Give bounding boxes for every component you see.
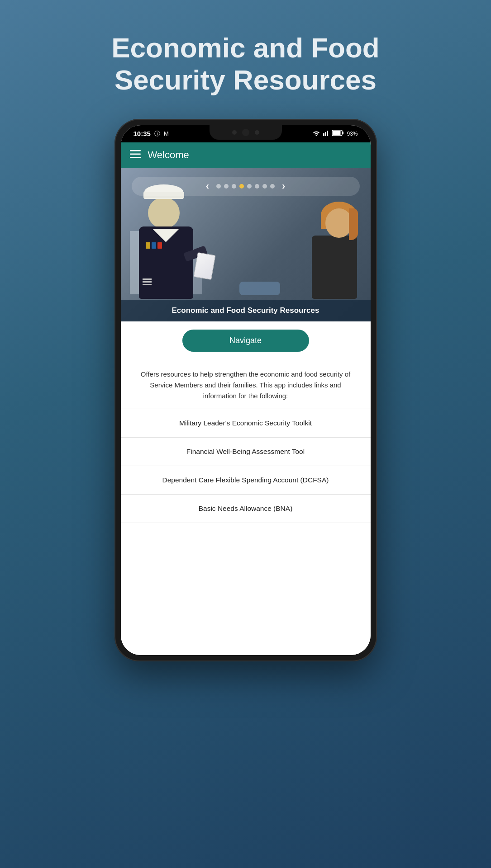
mail-icon: M xyxy=(164,130,169,137)
carousel-dot-5[interactable] xyxy=(247,184,252,189)
carousel-dot-3[interactable] xyxy=(232,184,236,189)
list-items: Military Leader's Economic Security Tool… xyxy=(121,409,371,523)
svg-rect-8 xyxy=(130,157,141,158)
list-item-1[interactable]: Military Leader's Economic Security Tool… xyxy=(121,409,371,438)
page-background-title: Economic and Food Security Resources xyxy=(75,32,415,96)
list-item-2[interactable]: Financial Well-Being Assessment Tool xyxy=(121,438,371,466)
svg-rect-4 xyxy=(333,131,341,135)
navigate-button[interactable]: Navigate xyxy=(182,330,309,352)
description-text: Offers resources to help strengthen the … xyxy=(121,360,371,409)
svg-rect-2 xyxy=(327,131,328,136)
carousel-container: ‹ › Economic and Food Security Resources xyxy=(121,168,371,321)
carousel-dot-8[interactable] xyxy=(270,184,275,189)
battery-percentage: 93% xyxy=(347,131,358,137)
list-item-4[interactable]: Basic Needs Allowance (BNA) xyxy=(121,495,371,523)
person-figure-2 xyxy=(321,208,357,299)
status-time: 10:35 xyxy=(133,130,151,137)
battery-icon xyxy=(332,130,344,137)
phone-notch xyxy=(210,125,282,140)
svg-rect-1 xyxy=(325,132,326,136)
carousel-dot-6[interactable] xyxy=(255,184,259,189)
carousel-overlay: Economic and Food Security Resources xyxy=(121,300,371,321)
svg-rect-7 xyxy=(130,153,141,155)
signal-icon xyxy=(323,130,329,137)
list-item-3[interactable]: Dependent Care Flexible Spending Account… xyxy=(121,466,371,495)
carousel-dot-2[interactable] xyxy=(224,184,229,189)
carousel-dot-4[interactable] xyxy=(239,184,244,189)
svg-rect-6 xyxy=(130,150,141,151)
app-header: Welcome xyxy=(121,142,371,168)
instagram-icon: ⓘ xyxy=(154,130,160,138)
scroll-content: Offers resources to help strengthen the … xyxy=(121,360,371,655)
carousel-dots xyxy=(216,184,275,189)
svg-rect-0 xyxy=(323,133,324,136)
carousel-dot-1[interactable] xyxy=(216,184,221,189)
person-figure-1 xyxy=(139,197,193,299)
svg-rect-5 xyxy=(342,132,343,134)
wifi-icon xyxy=(312,130,320,137)
carousel-dot-7[interactable] xyxy=(262,184,267,189)
phone-frame: 10:35 ⓘ M xyxy=(114,119,377,661)
carousel-next-button[interactable]: › xyxy=(279,180,288,192)
carousel-prev-button[interactable]: ‹ xyxy=(203,180,212,192)
app-header-title: Welcome xyxy=(148,149,189,161)
carousel-caption: Economic and Food Security Resources xyxy=(130,306,362,315)
carousel-nav: ‹ › xyxy=(132,177,360,196)
hamburger-menu-icon[interactable] xyxy=(130,150,141,160)
